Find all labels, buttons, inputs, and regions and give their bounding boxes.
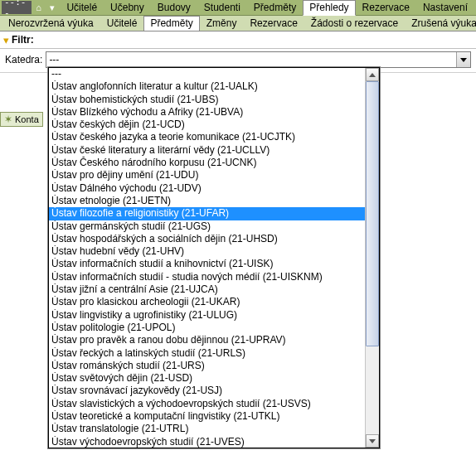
sub-zadosti[interactable]: Žádosti o rezervace xyxy=(304,16,405,31)
tab-studenti[interactable]: Studenti xyxy=(197,0,247,16)
chevron-down-icon[interactable] xyxy=(456,52,470,67)
katedra-select[interactable]: --- xyxy=(46,51,471,68)
tab-rezervace[interactable]: Rezervace xyxy=(356,0,416,16)
filter-label: Filtr: xyxy=(12,34,34,46)
sub-rezervace[interactable]: Rezervace xyxy=(243,16,304,31)
sub-zrusena[interactable]: Zrušená výuka xyxy=(405,16,476,31)
home-icon[interactable]: ⌂ xyxy=(32,1,45,14)
filter-bar: ▾ Filtr: xyxy=(0,31,476,49)
tab-budovy[interactable]: Budovy xyxy=(151,0,197,16)
topbar: --:-- ⌂ ▾ UčiteléUčebnyBudovyStudentiPře… xyxy=(0,0,476,16)
katedra-dropdown[interactable]: ---Ústav anglofonních literatur a kultur… xyxy=(48,67,380,73)
katedra-label: Katedra: xyxy=(5,54,42,65)
katedra-value: --- xyxy=(49,54,59,65)
tab-ucitele[interactable]: Učitelé xyxy=(60,0,104,16)
sub-zmeny[interactable]: Změny xyxy=(200,16,244,31)
sub-ucitele[interactable]: Učitelé xyxy=(100,16,144,31)
funnel-icon: ▾ xyxy=(3,34,9,46)
chevron-down-icon[interactable]: ▾ xyxy=(46,1,59,14)
tab-nastaveni[interactable]: Nastavení xyxy=(416,0,474,16)
subbar: Nerozvržená výukaUčiteléPředmětyZměnyRez… xyxy=(0,16,476,31)
sub-predmety[interactable]: Předměty xyxy=(143,16,199,31)
tab-predmety[interactable]: Předměty xyxy=(247,0,303,16)
sub-nerozvrzena[interactable]: Nerozvržená výuka xyxy=(2,16,100,31)
tab-prehledy[interactable]: Přehledy xyxy=(303,0,355,16)
scrollbar[interactable] xyxy=(365,68,379,73)
tab-ucebny[interactable]: Učebny xyxy=(104,0,151,16)
scroll-up-button[interactable] xyxy=(366,68,379,73)
dropdown-option[interactable]: --- xyxy=(49,68,366,73)
dropdown-list[interactable]: ---Ústav anglofonních literatur a kultur… xyxy=(49,68,366,73)
clock-placeholder: --:-- xyxy=(2,1,32,14)
